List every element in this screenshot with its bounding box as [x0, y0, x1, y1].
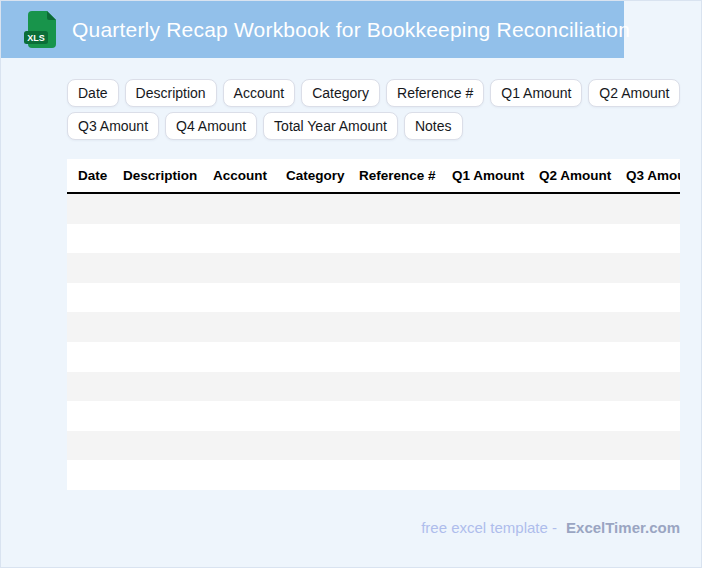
- column-chip-reference[interactable]: Reference #: [386, 79, 484, 107]
- table-header-row: Date Description Account Category Refere…: [67, 159, 680, 194]
- table-row: [67, 460, 680, 490]
- table-row: [67, 312, 680, 342]
- column-chip-account[interactable]: Account: [223, 79, 296, 107]
- table-row: [67, 283, 680, 313]
- col-header-q3-amount: Q3 Amount: [626, 168, 680, 183]
- column-chip-total-year[interactable]: Total Year Amount: [263, 112, 398, 140]
- column-chip-q4-amount[interactable]: Q4 Amount: [165, 112, 257, 140]
- col-header-date: Date: [78, 168, 123, 183]
- column-chip-notes[interactable]: Notes: [404, 112, 463, 140]
- table-body: [67, 194, 680, 490]
- chip-row-2: Q3 Amount Q4 Amount Total Year Amount No…: [67, 112, 699, 140]
- table-row: [67, 401, 680, 431]
- column-chip-category[interactable]: Category: [301, 79, 380, 107]
- xls-file-icon: XLS: [21, 10, 59, 50]
- column-chip-description[interactable]: Description: [125, 79, 217, 107]
- col-header-q1-amount: Q1 Amount: [452, 168, 539, 183]
- column-chip-q3-amount[interactable]: Q3 Amount: [67, 112, 159, 140]
- table-row: [67, 431, 680, 461]
- footer-credit-text: free excel template -: [421, 519, 557, 536]
- page-title: Quarterly Recap Workbook for Bookkeeping…: [72, 18, 630, 42]
- col-header-reference: Reference #: [359, 168, 452, 183]
- table-row: [67, 253, 680, 283]
- svg-text:XLS: XLS: [27, 33, 45, 43]
- column-chip-date[interactable]: Date: [67, 79, 119, 107]
- col-header-category: Category: [286, 168, 359, 183]
- column-chip-q2-amount[interactable]: Q2 Amount: [588, 79, 680, 107]
- brand-link[interactable]: ExcelTimer.com: [566, 519, 680, 536]
- col-header-account: Account: [213, 168, 286, 183]
- table-row: [67, 224, 680, 254]
- spreadsheet-preview: Date Description Account Category Refere…: [67, 159, 680, 490]
- col-header-description: Description: [123, 168, 213, 183]
- col-header-q2-amount: Q2 Amount: [539, 168, 626, 183]
- chip-row-1: Date Description Account Category Refere…: [67, 79, 699, 107]
- column-chip-list: Date Description Account Category Refere…: [67, 79, 699, 140]
- footer-credit: free excel template - ExcelTimer.com: [421, 519, 680, 536]
- table-row: [67, 372, 680, 402]
- table-row: [67, 194, 680, 224]
- column-chip-q1-amount[interactable]: Q1 Amount: [490, 79, 582, 107]
- title-banner: XLS Quarterly Recap Workbook for Bookkee…: [1, 1, 624, 58]
- table-row: [67, 342, 680, 372]
